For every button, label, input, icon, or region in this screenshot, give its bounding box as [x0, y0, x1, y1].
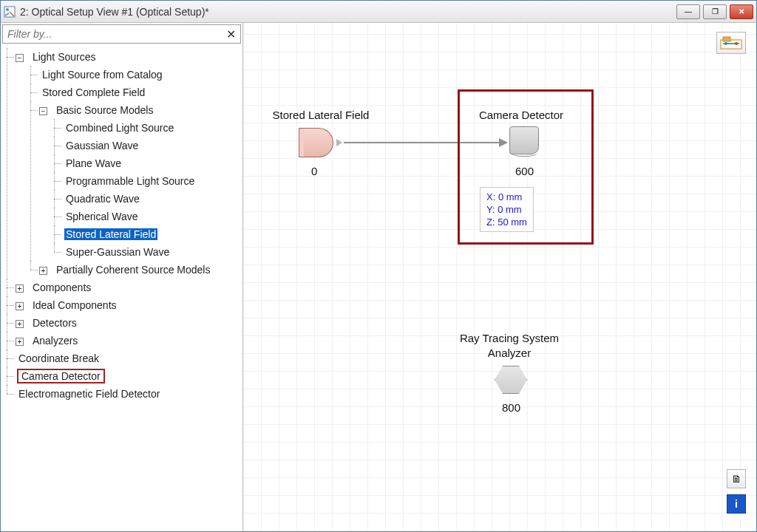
sidebar: ✕ − Light Sources Light Source from Cata… [1, 23, 243, 531]
window-title: 2: Optical Setup View #1 (Optical Setup)… [20, 6, 676, 18]
info-icon: i [735, 498, 738, 510]
node-analyzer-title-line2: Analyzer [443, 347, 576, 359]
tree-node-spherical-wave[interactable]: Spherical Wave [64, 211, 140, 222]
node-detector-shape[interactable] [509, 126, 539, 154]
document-button[interactable]: 🗎 [727, 469, 746, 488]
filter-row: ✕ [2, 24, 241, 44]
tree-node-stored-complete-field[interactable]: Stored Complete Field [41, 86, 146, 98]
node-analyzer-id: 800 [502, 401, 520, 414]
tree-node-combined-light-source[interactable]: Combined Light Source [64, 122, 175, 134]
titlebar: 2: Optical Setup View #1 (Optical Setup)… [1, 1, 756, 23]
tree-node-light-source-catalog[interactable]: Light Source from Catalog [41, 69, 164, 81]
settings-icon [720, 35, 742, 50]
node-source-title: Stored Lateral Field [258, 109, 384, 121]
tree-node-ideal-components[interactable]: Ideal Components [31, 299, 118, 311]
svg-point-6 [735, 42, 738, 45]
tree-view[interactable]: − Light Sources Light Source from Catalo… [1, 45, 242, 531]
tree-node-detectors[interactable]: Detectors [31, 317, 78, 329]
app-icon [4, 6, 16, 18]
node-analyzer-title-line1: Ray Tracing System [443, 332, 576, 344]
filter-clear-icon[interactable]: ✕ [221, 27, 240, 41]
connector-line[interactable] [344, 142, 499, 143]
node-source-shape[interactable] [299, 128, 333, 157]
tree-node-gaussian-wave[interactable]: Gaussian Wave [64, 140, 140, 151]
tree-node-analyzers[interactable]: Analyzers [31, 335, 79, 347]
expander-ideal-components[interactable]: + [16, 302, 24, 310]
coord-y: Y: 0 mm [486, 203, 527, 216]
connector-start-icon [336, 139, 342, 146]
node-detector-id: 600 [515, 165, 534, 177]
node-detector-coords: X: 0 mm Y: 0 mm Z: 50 mm [480, 187, 534, 232]
coord-x: X: 0 mm [486, 191, 527, 203]
tree-node-plane-wave[interactable]: Plane Wave [64, 157, 123, 169]
minimize-button[interactable]: — [676, 4, 700, 19]
tree-node-super-gaussian-wave[interactable]: Super-Gaussian Wave [64, 246, 171, 258]
node-analyzer-shape[interactable] [495, 366, 527, 394]
expander-light-sources[interactable]: − [16, 54, 24, 62]
tree-node-camera-detector[interactable]: Camera Detector [17, 369, 105, 383]
canvas-settings-button[interactable] [716, 32, 746, 54]
tree-node-quadratic-wave[interactable]: Quadratic Wave [64, 193, 141, 205]
expander-basic-source-models[interactable]: − [39, 107, 47, 115]
tree-node-programmable-light-source[interactable]: Programmable Light Source [64, 175, 196, 187]
tree-node-partially-coherent[interactable]: Partially Coherent Source Models [55, 264, 212, 276]
coord-z: Z: 50 mm [486, 216, 527, 228]
app-window: 2: Optical Setup View #1 (Optical Setup)… [0, 0, 757, 532]
svg-point-1 [6, 8, 9, 11]
window-controls: — ❐ ✕ [676, 4, 753, 19]
tree-node-em-field-detector[interactable]: Electromagnetic Field Detector [17, 388, 161, 400]
expander-analyzers[interactable]: + [16, 338, 24, 346]
tree-node-stored-lateral-field[interactable]: Stored Lateral Field [64, 228, 157, 240]
canvas[interactable]: Stored Lateral Field 0 Camera Detector 6… [243, 23, 756, 531]
tree-node-coordinate-break[interactable]: Coordinate Break [17, 352, 101, 364]
tree-node-basic-source-models[interactable]: Basic Source Models [55, 104, 155, 116]
info-button[interactable]: i [727, 494, 746, 514]
document-icon: 🗎 [731, 473, 741, 485]
svg-rect-3 [723, 37, 730, 41]
maximize-button[interactable]: ❐ [703, 4, 727, 19]
tree-node-components[interactable]: Components [31, 282, 92, 293]
expander-partially-coherent[interactable]: + [39, 267, 47, 275]
expander-detectors[interactable]: + [16, 320, 24, 328]
node-source-id: 0 [311, 165, 317, 177]
connector-arrow-icon [499, 138, 508, 147]
node-detector-title: Camera Detector [462, 109, 580, 121]
tree-node-light-sources[interactable]: Light Sources [31, 51, 98, 63]
expander-components[interactable]: + [16, 284, 24, 293]
content-area: ✕ − Light Sources Light Source from Cata… [1, 23, 756, 531]
filter-input[interactable] [3, 27, 221, 41]
close-button[interactable]: ✕ [730, 4, 753, 19]
svg-point-5 [724, 42, 727, 45]
